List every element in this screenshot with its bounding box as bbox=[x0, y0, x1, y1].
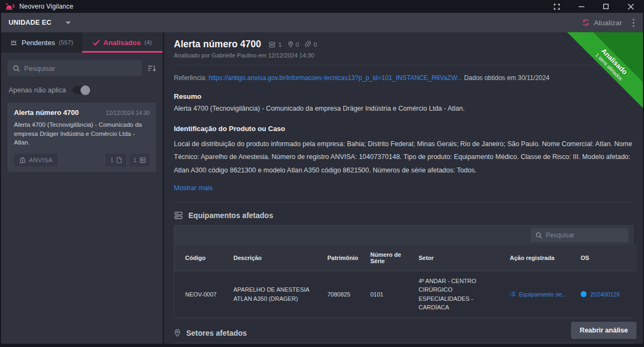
equipment-table-toolbar bbox=[174, 226, 633, 245]
alert-card-description: Alerta 4700 (Tecnovigilância) - Comunica… bbox=[14, 120, 150, 147]
tab-analisados-count: (4) bbox=[144, 39, 152, 46]
tab-analisados-label: Analisados bbox=[104, 39, 141, 47]
tab-analisados[interactable]: Analisados (4) bbox=[82, 32, 163, 53]
column-header: Código bbox=[174, 245, 228, 271]
page-title: Alerta número 4700 bbox=[174, 39, 261, 50]
more-options-button[interactable] bbox=[630, 18, 638, 28]
sidebar-search[interactable] bbox=[8, 60, 142, 76]
registered-action-link[interactable]: Equipamento se... bbox=[519, 290, 567, 299]
meta-attachments-count: 0 bbox=[313, 41, 317, 48]
list-icon bbox=[510, 291, 516, 297]
unit-selector[interactable]: UNIDADE EC bbox=[9, 19, 71, 26]
alert-card-title: Alerta número 4700 bbox=[14, 109, 79, 117]
column-header: Descrição bbox=[228, 245, 322, 271]
summary-text: Alerta 4700 (Tecnovigilância) - Comunica… bbox=[174, 104, 633, 114]
sectors-section-header: Setores afetados bbox=[174, 329, 633, 337]
filter-toggle-label: Apenas não aplica bbox=[9, 86, 66, 94]
institution-icon bbox=[19, 157, 26, 163]
tab-pendentes-label: Pendentes bbox=[21, 39, 55, 47]
os-status-dot bbox=[581, 291, 587, 297]
identification-text: Local de distribuição do produto informa… bbox=[174, 138, 633, 177]
refresh-button[interactable]: Atualizar bbox=[582, 19, 622, 27]
document-count: 1 bbox=[110, 157, 113, 163]
equipment-count: 1 bbox=[133, 157, 136, 163]
table-header-row: Código Descrição Patrimônio Número de Sé… bbox=[174, 245, 637, 271]
summary-heading: Resumo bbox=[174, 92, 633, 100]
check-icon bbox=[93, 40, 100, 46]
sectors-section-title: Setores afetados bbox=[186, 329, 247, 337]
table-search[interactable] bbox=[531, 228, 628, 242]
show-more-link[interactable]: Mostrar mais bbox=[174, 184, 213, 192]
equipment-section-title: Equipamentos afetados bbox=[188, 211, 273, 220]
cell-patrimonio: 7080825 bbox=[322, 271, 365, 317]
filter-toggle[interactable] bbox=[72, 86, 91, 94]
equipment-count-badge: 1 bbox=[129, 154, 150, 167]
chevron-down-icon bbox=[65, 21, 71, 24]
alert-list-item[interactable]: Alerta número 4700 12/12/2024 14:30 Aler… bbox=[8, 103, 156, 172]
reference-link[interactable]: https://antigo.anvisa.gov.br/informacoes… bbox=[209, 74, 463, 82]
document-count-badge: 1 bbox=[106, 154, 126, 167]
alert-card-datetime: 12/12/2024 14:30 bbox=[106, 110, 150, 116]
equipment-icon bbox=[140, 157, 146, 163]
meta-equipments-count: 1 bbox=[278, 41, 281, 48]
cell-os: 202400126 bbox=[575, 271, 637, 317]
refresh-icon bbox=[582, 19, 590, 26]
tab-pendentes[interactable]: Pendentes (557) bbox=[1, 32, 82, 53]
sidebar-tabs: Pendentes (557) Analisados (4) bbox=[1, 32, 163, 53]
reference-label: Referência: bbox=[174, 74, 207, 82]
sort-icon bbox=[148, 64, 156, 72]
table-search-input[interactable] bbox=[546, 232, 624, 239]
window-bottom-edge bbox=[1, 344, 643, 347]
column-header: OS bbox=[575, 245, 637, 271]
source-badge-label: ANVISA bbox=[29, 157, 53, 163]
os-link[interactable]: 202400126 bbox=[590, 290, 620, 299]
equipment-table: Código Descrição Patrimônio Número de Sé… bbox=[174, 225, 633, 318]
meta-locations-count: 0 bbox=[296, 41, 299, 48]
identification-heading: Identificação do Produto ou Caso bbox=[174, 125, 633, 133]
cell-codigo: NEOV-0007 bbox=[174, 271, 228, 317]
cell-acao-registrada: Equipamento se... bbox=[504, 271, 575, 317]
tab-pendentes-count: (557) bbox=[58, 39, 73, 46]
app-window: Neovero Vigilance UNIDADE EC bbox=[0, 0, 644, 347]
column-header: Ação registrada bbox=[504, 245, 575, 271]
reopen-analysis-button[interactable]: Reabrir análise bbox=[571, 322, 636, 339]
column-header: Setor bbox=[413, 245, 504, 271]
sectors-panel bbox=[174, 343, 633, 344]
alarm-icon bbox=[10, 39, 18, 46]
app-logo-icon bbox=[5, 3, 15, 10]
title-bar: Neovero Vigilance bbox=[1, 0, 643, 13]
unit-selector-label: UNIDADE EC bbox=[9, 19, 52, 26]
fullscreen-button[interactable] bbox=[544, 0, 569, 13]
cell-numero-serie: 0101 bbox=[365, 271, 413, 317]
paperclip-icon bbox=[305, 41, 311, 48]
equipment-icon bbox=[268, 41, 276, 48]
search-icon bbox=[536, 232, 542, 238]
sort-button[interactable] bbox=[148, 64, 156, 72]
refresh-button-label: Atualizar bbox=[594, 19, 622, 27]
alert-meta: 1 0 0 bbox=[268, 41, 317, 48]
location-pin-icon bbox=[288, 41, 294, 48]
document-icon bbox=[116, 157, 122, 163]
search-icon bbox=[13, 65, 20, 72]
sidebar-search-input[interactable] bbox=[24, 64, 137, 73]
equipment-icon bbox=[174, 211, 183, 220]
reference-row: Referência: https://antigo.anvisa.gov.br… bbox=[174, 74, 633, 82]
analyzed-by-text: Analisado por Gabrielle Paulino em 12/12… bbox=[174, 52, 633, 59]
section-divider bbox=[174, 202, 633, 203]
window-title: Neovero Vigilance bbox=[19, 3, 74, 10]
table-row[interactable]: NEOV-0007 APARELHO DE ANESTESIA ATLAN A3… bbox=[174, 271, 637, 317]
minimize-button[interactable] bbox=[569, 0, 594, 13]
header-divider bbox=[174, 65, 633, 66]
toolbar: UNIDADE EC Atualizar bbox=[1, 13, 643, 32]
equipment-section-header: Equipamentos afetados bbox=[174, 211, 633, 220]
data-obtained-text: Dados obtidos em 30/11/2024 bbox=[464, 74, 550, 82]
close-button[interactable] bbox=[618, 0, 643, 13]
cell-descricao: APARELHO DE ANESTESIA ATLAN A350 (DRAGER… bbox=[228, 271, 322, 317]
location-pin-icon bbox=[174, 329, 181, 337]
maximize-button[interactable] bbox=[594, 0, 618, 13]
source-badge: ANVISA bbox=[14, 154, 58, 167]
column-header: Patrimônio bbox=[322, 245, 365, 271]
cell-setor: 4º ANDAR - CENTRO CIRÚRGICO ESPECIALIDAD… bbox=[413, 271, 504, 317]
window-controls bbox=[544, 0, 643, 13]
main-panel: Analisado 1 itens afetados Alerta número… bbox=[164, 32, 643, 344]
